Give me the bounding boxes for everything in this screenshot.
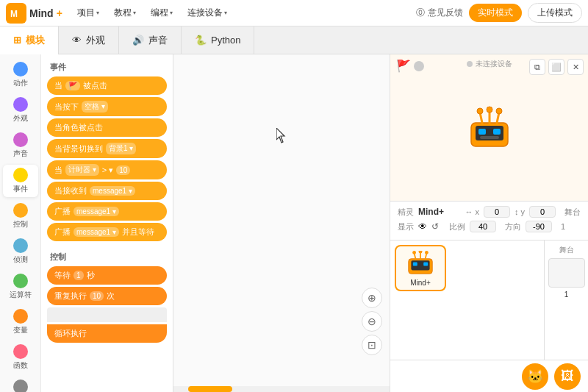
category-variables[interactable]: 变量 <box>3 306 38 338</box>
svg-rect-6 <box>493 129 501 135</box>
block-receive-message[interactable]: 当接收到 message1 ▾ <box>47 182 167 200</box>
repeat-body <box>47 307 167 322</box>
connection-dot <box>467 61 473 67</box>
tab-python[interactable]: 🐍 Python <box>182 26 254 54</box>
block-broadcast[interactable]: 广播 message1 ▾ <box>47 202 167 221</box>
expand-stage-button[interactable]: ⬜ <box>548 59 564 75</box>
block-timer[interactable]: 当 计时器 ▾ > ▾ 10 <box>47 160 167 179</box>
scale-field[interactable]: 40 <box>470 221 496 232</box>
menu-item-connect[interactable]: 连接设备 ▾ <box>182 4 233 22</box>
stop-button[interactable] <box>414 61 424 71</box>
category-strip: 动作 外观 声音 事件 控制 侦测 运算符 变量 <box>0 54 41 392</box>
right-panel: 🚩 未连接设备 ⧉ ⬜ ✕ <box>390 54 588 392</box>
green-flag-button[interactable]: 🚩 <box>396 59 411 73</box>
block-sprite-clicked[interactable]: 当角色被点击 <box>47 118 167 137</box>
events-section-title: 事件 <box>41 57 173 74</box>
sprite-y-field[interactable]: 0 <box>529 206 556 218</box>
svg-rect-16 <box>413 263 417 266</box>
backdrop-icon: 🖼 <box>561 368 574 384</box>
block-flag-clicked[interactable]: 当 🚩 被点击 <box>47 76 167 95</box>
realtime-mode-button[interactable]: 实时模式 <box>469 4 522 22</box>
category-motion[interactable]: 动作 <box>3 59 38 91</box>
svg-point-23 <box>425 251 429 254</box>
block-broadcast-wait[interactable]: 广播 message1 ▾ 并且等待 <box>47 223 167 241</box>
block-repeat[interactable]: 重复执行 10 次 <box>47 287 167 305</box>
connect-arrow: ▾ <box>224 10 227 16</box>
connection-status: 未连接设备 <box>467 59 512 69</box>
category-operators[interactable]: 运算符 <box>3 271 38 303</box>
appearance-dot <box>13 97 28 112</box>
top-bar-right: ⓪ 意见反馈 实时模式 上传模式 <box>416 3 582 23</box>
zoom-out-button[interactable]: ⊖ <box>362 311 382 332</box>
close-stage-button[interactable]: ✕ <box>567 59 584 75</box>
robot-sprite <box>464 102 515 154</box>
svg-point-21 <box>419 251 423 254</box>
svg-text:M: M <box>10 9 18 19</box>
tab-bar: ⊞ 模块 👁 外观 🔊 声音 🐍 Python <box>0 26 588 54</box>
category-control[interactable]: 控制 <box>3 200 38 232</box>
cursor-position <box>276 128 290 146</box>
upload-mode-button[interactable]: 上传模式 <box>528 3 582 23</box>
block-backdrop-switch[interactable]: 当背景切换到 背景1 ▾ <box>47 139 167 158</box>
direction-field[interactable]: -90 <box>526 221 552 232</box>
functions-dot <box>13 344 28 359</box>
zoom-out-icon: ⊖ <box>368 316 376 327</box>
question-icon: ⓪ <box>416 7 425 19</box>
backdrop-button[interactable]: 🖼 <box>554 363 581 390</box>
sprite-thumb-image <box>402 249 439 279</box>
canvas-area[interactable]: ⊕ ⊖ ⊡ <box>173 54 390 392</box>
menu-item-coding[interactable]: 编程 ▾ <box>145 4 179 22</box>
show-eye-icon[interactable]: 👁 <box>418 221 427 232</box>
main-layout: 动作 外观 声音 事件 控制 侦测 运算符 变量 <box>0 54 588 392</box>
category-sensing[interactable]: 侦测 <box>3 235 38 268</box>
svg-rect-17 <box>423 263 428 266</box>
tab-sound[interactable]: 🔊 声音 <box>119 26 182 54</box>
block-key-pressed[interactable]: 当按下 空格 ▾ <box>47 97 167 116</box>
sprite-x-field[interactable]: 0 <box>484 206 510 218</box>
menu-item-project[interactable]: 项目 ▾ <box>71 4 105 22</box>
fit-button[interactable]: ⊡ <box>362 335 382 355</box>
category-appearance[interactable]: 外观 <box>3 94 38 126</box>
control-section-title: 控制 <box>41 247 173 264</box>
category-functions[interactable]: 函数 <box>3 341 38 374</box>
tab-blocks[interactable]: ⊞ 模块 <box>0 26 59 54</box>
svg-rect-5 <box>478 129 486 135</box>
fit-icon: ⊡ <box>368 339 376 351</box>
logo-icon: M <box>6 3 26 24</box>
category-sound[interactable]: 声音 <box>3 129 38 162</box>
svg-marker-2 <box>276 128 284 143</box>
block-wait[interactable]: 等待 1 秒 <box>47 266 167 285</box>
canvas-controls: ⊕ ⊖ ⊡ <box>362 288 382 355</box>
tutorial-arrow: ▾ <box>133 10 136 16</box>
cat-button[interactable]: 🐱 <box>522 363 548 390</box>
bottom-actions: 🐱 🖼 <box>390 360 588 392</box>
variables-dot <box>13 309 28 324</box>
motion-dot <box>13 62 28 76</box>
tab-appearance[interactable]: 👁 外观 <box>59 26 119 54</box>
blocks-tab-icon: ⊞ <box>13 35 21 46</box>
category-events[interactable]: 事件 <box>3 165 38 197</box>
stage-background-area: 舞台 1 <box>544 240 588 360</box>
scrollbar-thumb[interactable] <box>188 386 232 392</box>
appearance-tab-icon: 👁 <box>72 35 82 46</box>
svg-point-8 <box>477 108 483 114</box>
sound-tab-icon: 🔊 <box>132 35 144 46</box>
sensing-dot <box>13 238 28 253</box>
sprite-list-area: Mind+ 舞台 1 <box>390 240 588 360</box>
zoom-in-icon: ⊕ <box>368 292 376 304</box>
sprite-thumb-mind[interactable]: Mind+ <box>395 245 446 291</box>
svg-point-19 <box>412 251 416 254</box>
zoom-in-button[interactable]: ⊕ <box>362 288 382 308</box>
sprite-list: Mind+ <box>390 240 544 360</box>
sprite-info: 精灵 Mind+ ↔ x 0 ↕ y 0 舞台 显示 👁 ↺ 比例 40 方向 … <box>390 202 588 240</box>
show-refresh-icon[interactable]: ↺ <box>431 221 439 232</box>
category-modules[interactable]: 功能模块 <box>3 377 38 392</box>
copy-stage-button[interactable]: ⧉ <box>529 59 545 75</box>
project-arrow: ▾ <box>96 10 99 16</box>
top-bar: M Mind + 项目 ▾ 教程 ▾ 编程 ▾ 连接设备 ▾ ⓪ 意见反馈 实时… <box>0 0 588 26</box>
horizontal-scrollbar[interactable] <box>173 386 390 392</box>
block-forever[interactable]: 循环执行 <box>47 324 167 343</box>
help-button[interactable]: ⓪ 意见反馈 <box>416 7 463 19</box>
menu-item-tutorial[interactable]: 教程 ▾ <box>108 4 142 22</box>
stage-bg-thumbnail[interactable] <box>548 258 585 288</box>
